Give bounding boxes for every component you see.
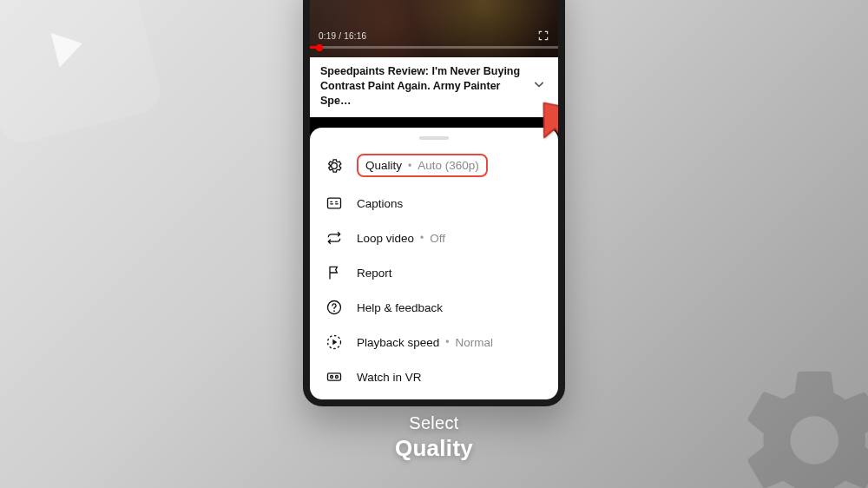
chevron-down-icon[interactable] bbox=[530, 76, 548, 96]
play-speed-icon bbox=[326, 333, 343, 351]
captions-label: Captions bbox=[357, 197, 403, 210]
svg-point-2 bbox=[333, 310, 335, 312]
menu-item-help[interactable]: Help & feedback bbox=[310, 290, 558, 325]
quality-highlight: Quality • Auto (360p) bbox=[357, 154, 488, 177]
instruction-caption: Select Quality bbox=[0, 413, 868, 462]
drag-handle[interactable] bbox=[419, 136, 449, 140]
report-label: Report bbox=[357, 267, 392, 280]
svg-rect-4 bbox=[328, 373, 341, 380]
separator-dot: • bbox=[408, 160, 411, 172]
separator-dot: • bbox=[420, 232, 424, 244]
menu-item-report[interactable]: Report bbox=[310, 255, 558, 290]
video-player[interactable]: 0:19 / 16:16 bbox=[310, 0, 558, 57]
svg-point-5 bbox=[331, 376, 333, 379]
settings-sheet: Quality • Auto (360p) Captions Loop vide… bbox=[310, 128, 558, 399]
svg-rect-0 bbox=[328, 198, 341, 208]
menu-item-speed[interactable]: Playback speed • Normal bbox=[310, 325, 558, 359]
menu-item-quality[interactable]: Quality • Auto (360p) bbox=[310, 145, 558, 186]
speed-value: Normal bbox=[456, 336, 494, 349]
video-title-row[interactable]: Speedpaints Review: I'm Never Buying Con… bbox=[310, 57, 558, 117]
playback-time: 0:19 / 16:16 bbox=[319, 31, 366, 41]
stage: 0:19 / 16:16 Speedpaints Review: I'm Nev… bbox=[0, 0, 868, 488]
help-icon bbox=[326, 299, 343, 316]
video-title: Speedpaints Review: I'm Never Buying Con… bbox=[320, 64, 527, 109]
separator-dot: • bbox=[445, 336, 449, 348]
gear-icon bbox=[326, 157, 343, 175]
caption-line-2: Quality bbox=[0, 435, 868, 462]
captions-icon bbox=[326, 195, 343, 212]
svg-point-6 bbox=[335, 376, 338, 379]
loop-label: Loop video bbox=[357, 232, 414, 245]
menu-item-loop[interactable]: Loop video • Off bbox=[310, 221, 558, 255]
quality-value: Auto (360p) bbox=[418, 159, 479, 172]
fullscreen-icon[interactable] bbox=[537, 30, 549, 42]
menu-item-captions[interactable]: Captions bbox=[310, 186, 558, 221]
loop-value: Off bbox=[430, 232, 445, 245]
vr-icon bbox=[326, 368, 343, 386]
play-icon bbox=[29, 11, 102, 85]
loop-icon bbox=[326, 229, 343, 247]
watermark-play-tile bbox=[0, 0, 165, 148]
menu-item-vr[interactable]: Watch in VR bbox=[310, 359, 558, 394]
caption-line-1: Select bbox=[0, 413, 868, 433]
help-label: Help & feedback bbox=[357, 301, 443, 314]
vr-label: Watch in VR bbox=[357, 371, 422, 384]
progress-bar[interactable] bbox=[310, 46, 558, 49]
speed-label: Playback speed bbox=[357, 336, 439, 349]
quality-label: Quality bbox=[365, 159, 402, 172]
flag-icon bbox=[326, 264, 343, 281]
phone-frame: 0:19 / 16:16 Speedpaints Review: I'm Nev… bbox=[303, 0, 565, 406]
